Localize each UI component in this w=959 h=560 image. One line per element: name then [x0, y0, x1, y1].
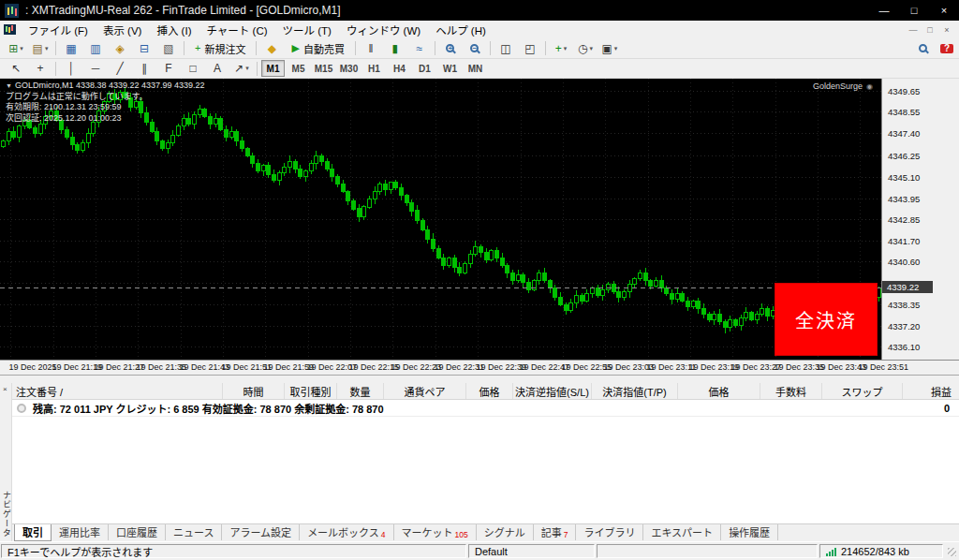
zoom-in-icon[interactable]: + [439, 39, 462, 58]
column-price-current[interactable]: 価格 [678, 383, 760, 399]
menu-charts[interactable]: チャート (C) [199, 21, 274, 39]
column-symbol[interactable]: 通貨ペア [384, 383, 466, 399]
tab-news[interactable]: ニュース [166, 524, 222, 540]
time-axis[interactable]: 19 Dec 202519 Dec 21:1919 Dec 21:2719 De… [0, 360, 959, 375]
app-icon[interactable] [5, 4, 19, 18]
tab-market[interactable]: マーケット105 [394, 524, 477, 540]
navigator-vertical-tab[interactable]: ナビゲータ [1, 491, 13, 538]
tab-alerts[interactable]: アラーム設定 [222, 524, 300, 540]
menu-insert[interactable]: 挿入 (I) [149, 21, 199, 39]
autotrading-button[interactable]: ▶自動売買 [285, 39, 350, 58]
crosshair-icon[interactable]: + [29, 59, 52, 78]
tab-library[interactable]: ライブラリ [576, 524, 643, 540]
panel-splitter[interactable] [0, 375, 959, 383]
symbol-marker-icon[interactable]: ▼ [6, 82, 12, 89]
timeframe-h1[interactable]: H1 [362, 60, 386, 77]
menu-help[interactable]: ヘルプ (H) [428, 21, 494, 39]
price-label: 4345.10 [888, 172, 920, 183]
child-minimize-button[interactable]: — [907, 25, 920, 35]
close-all-button[interactable]: 全決済 [775, 283, 878, 356]
text-icon[interactable]: A [206, 59, 229, 78]
cursor-icon[interactable]: ↖ [5, 59, 27, 78]
periods-icon[interactable]: ◷▾ [574, 39, 597, 58]
column-tp[interactable]: 決済指値(T/P) [592, 383, 678, 399]
tab-signals[interactable]: シグナル [477, 524, 534, 540]
profiles-icon[interactable]: ▤▾ [29, 39, 52, 58]
navigator-icon[interactable]: ◈ [109, 39, 131, 58]
vertical-line-icon[interactable]: │ [60, 59, 82, 78]
tab-journal[interactable]: 操作履歴 [721, 524, 778, 540]
terminal-icon[interactable]: ⊟ [133, 39, 155, 58]
zoom-out-icon[interactable]: − [464, 39, 486, 58]
tile-windows-icon[interactable]: ◫ [494, 39, 517, 58]
column-time[interactable]: 時間 [223, 383, 285, 399]
chart-bars-icon[interactable]: ‖ [360, 39, 382, 58]
timeframe-w1[interactable]: W1 [438, 60, 462, 77]
new-chart-icon-dropdown[interactable]: ▾ [20, 45, 23, 52]
new-chart-icon[interactable]: ⊞▾ [5, 39, 27, 58]
minimize-button[interactable]: — [869, 0, 899, 21]
menu-file[interactable]: ファイル (F) [21, 21, 96, 39]
menu-view[interactable]: 表示 (V) [96, 21, 150, 39]
cascade-windows-icon[interactable]: ◰ [519, 39, 541, 58]
status-profile[interactable]: Default [468, 544, 595, 558]
tab-account-history[interactable]: 口座履歴 [109, 524, 166, 540]
tab-trade[interactable]: 取引 [14, 524, 52, 541]
maximize-button[interactable]: □ [899, 0, 929, 21]
channel-icon[interactable]: ∥ [133, 59, 155, 78]
horizontal-line-icon[interactable]: ─ [84, 59, 107, 78]
tab-mailbox[interactable]: メールボックス4 [300, 524, 393, 540]
column-swap[interactable]: スワップ [822, 383, 903, 399]
timeframe-m30[interactable]: M30 [337, 60, 361, 77]
data-window-icon[interactable]: ▥ [84, 39, 107, 58]
column-sl[interactable]: 決済逆指値(S/L) [513, 383, 592, 399]
column-profit[interactable]: 損益 [903, 383, 959, 399]
terminal-close-icon[interactable]: × [3, 385, 7, 393]
indicators-icon-dropdown[interactable]: ▾ [564, 45, 568, 52]
column-price-open[interactable]: 価格 [466, 383, 513, 399]
timeframe-mn[interactable]: MN [464, 60, 487, 77]
fibonacci-icon[interactable]: F [157, 59, 180, 78]
price-label: 4342.85 [888, 214, 920, 225]
strategy-tester-icon[interactable]: ▧ [157, 39, 180, 58]
timeframe-m15[interactable]: M15 [312, 60, 335, 77]
child-restore-button[interactable]: □ [923, 25, 937, 35]
toolbar-separator [257, 62, 258, 76]
navigator-collapsed-strip[interactable]: × ナビゲータ [0, 383, 12, 541]
trendline-icon[interactable]: ╱ [109, 59, 131, 78]
tab-articles[interactable]: 記事7 [534, 524, 577, 540]
shapes-icon[interactable]: □ [182, 59, 204, 78]
child-close-button[interactable]: × [940, 25, 953, 35]
help-icon[interactable]: ? [936, 39, 958, 58]
profiles-icon-dropdown[interactable]: ▾ [45, 45, 49, 52]
timeframe-m5[interactable]: M5 [287, 60, 310, 77]
metaeditor-icon[interactable]: ◆ [260, 39, 283, 58]
timeframe-d1[interactable]: D1 [413, 60, 436, 77]
timeframe-m1[interactable]: M1 [261, 60, 285, 77]
column-commission[interactable]: 手数料 [760, 383, 822, 399]
resize-grip[interactable] [945, 544, 958, 558]
column-volume[interactable]: 数量 [337, 383, 384, 399]
templates-icon-dropdown[interactable]: ▾ [614, 45, 618, 52]
tab-experts[interactable]: エキスパート [643, 524, 721, 540]
menu-tools[interactable]: ツール (T) [275, 21, 339, 39]
arrows-icon-dropdown[interactable]: ▾ [245, 65, 249, 72]
arrows-icon: ↗ [234, 63, 243, 74]
close-button[interactable]: × [929, 0, 959, 21]
new-order-button[interactable]: +新規注文 [188, 39, 252, 58]
tab-exposure[interactable]: 運用比率 [52, 524, 109, 540]
templates-icon[interactable]: ▣▾ [598, 39, 621, 58]
indicators-icon[interactable]: +▾ [550, 39, 572, 58]
periods-icon-dropdown[interactable]: ▾ [589, 45, 593, 52]
column-type[interactable]: 取引種別 [285, 383, 337, 399]
timeframe-h4[interactable]: H4 [388, 60, 411, 77]
chart-child-icon[interactable] [4, 24, 16, 35]
arrows-icon[interactable]: ↗▾ [230, 59, 253, 78]
search-icon[interactable] [911, 39, 934, 58]
column-order[interactable]: 注文番号 / [12, 383, 223, 399]
menu-window[interactable]: ウィンドウ (W) [339, 21, 428, 39]
chart-line-icon[interactable]: ≈ [408, 39, 431, 58]
price-axis[interactable]: 4349.654348.554347.404346.254345.104343.… [881, 79, 959, 360]
chart-candles-icon[interactable]: ▮ [384, 39, 406, 58]
market-watch-icon[interactable]: ▦ [60, 39, 82, 58]
